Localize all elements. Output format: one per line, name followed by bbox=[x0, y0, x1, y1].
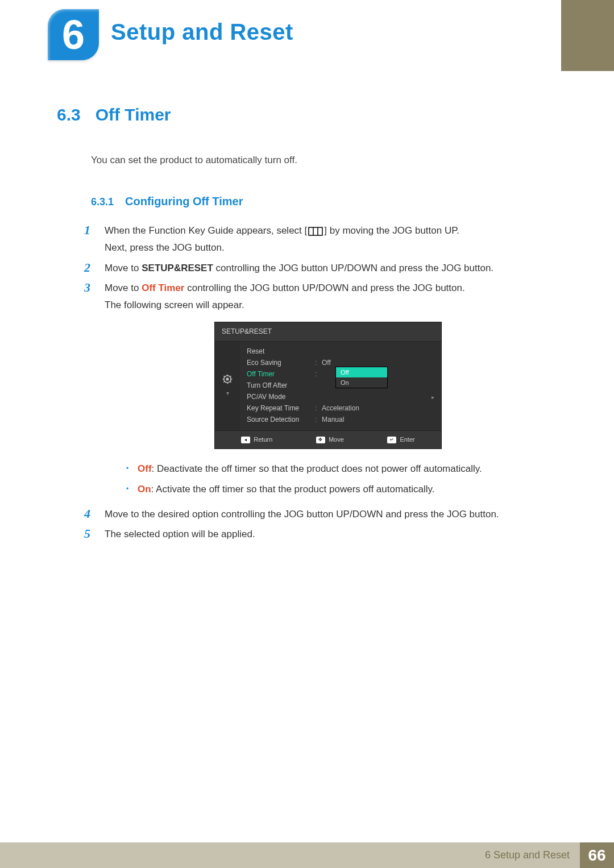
chevron-down-icon: ▾ bbox=[226, 388, 229, 398]
bullet-off: Off: Deactivate the off timer so that th… bbox=[126, 460, 551, 477]
osd-item-turnoffafter: Turn Off After bbox=[247, 380, 315, 392]
osd-option-on: On bbox=[336, 377, 387, 388]
osd-item-ecosaving: Eco Saving bbox=[247, 357, 315, 369]
step-4-body: Move to the desired option controlling t… bbox=[105, 506, 551, 523]
subsection-number: 6.3.1 bbox=[91, 194, 114, 210]
return-icon: ◂ bbox=[241, 437, 250, 443]
bullet-on: On: Activate the off timer so that the p… bbox=[126, 481, 551, 498]
section-number: 6.3 bbox=[57, 105, 81, 124]
osd-screenshot: SETUP&RESET ▾ Reset E bbox=[214, 322, 442, 449]
step-number-5: 5 bbox=[84, 526, 94, 543]
osd-menu: Reset Eco Saving:Off Off Timer: Turn Off… bbox=[240, 342, 441, 430]
osd-header: SETUP&RESET bbox=[215, 322, 441, 342]
step-number-4: 4 bbox=[84, 506, 94, 523]
osd-item-pcavmode: PC/AV Mode bbox=[247, 391, 315, 403]
osd-dropdown: Off On bbox=[335, 367, 388, 388]
step-number-1: 1 bbox=[84, 222, 94, 256]
menu-icon bbox=[307, 222, 324, 239]
footer-page-number: 66 bbox=[580, 842, 614, 868]
step-number-2: 2 bbox=[84, 260, 94, 277]
step-2-body: Move to SETUP&RESET controlling the JOG … bbox=[105, 260, 551, 277]
chapter-title: Setup and Reset bbox=[111, 19, 293, 45]
osd-item-offtimer: Off Timer bbox=[247, 368, 315, 380]
svg-rect-0 bbox=[309, 227, 322, 235]
chapter-badge: 6 bbox=[48, 9, 99, 60]
subsection-title: Configuring Off Timer bbox=[125, 193, 243, 210]
enter-icon: ↵ bbox=[387, 437, 396, 443]
intro-text: You can set the product to automatically… bbox=[91, 153, 551, 168]
osd-option-off: Off bbox=[336, 367, 387, 377]
move-icon: ✥ bbox=[316, 437, 325, 443]
osd-item-reset: Reset bbox=[247, 346, 315, 358]
osd-item-sourcedetect: Source Detection bbox=[247, 414, 315, 426]
svg-point-3 bbox=[226, 377, 229, 380]
section-title: Off Timer bbox=[96, 105, 171, 124]
step-3-body: Move to Off Timer controlling the JOG bu… bbox=[105, 280, 551, 502]
chapter-number: 6 bbox=[62, 11, 85, 58]
gear-icon bbox=[222, 373, 233, 385]
osd-item-keyrepeat: Key Repeat Time bbox=[247, 402, 315, 414]
top-stripe bbox=[561, 0, 614, 71]
osd-footer: ◂Return ✥Move ↵Enter bbox=[215, 430, 441, 448]
page-footer: 6 Setup and Reset 66 bbox=[0, 842, 614, 868]
step-1-body: When the Function Key Guide appears, sel… bbox=[105, 222, 551, 256]
osd-left-pane: ▾ bbox=[215, 342, 240, 430]
step-5-body: The selected option will be applied. bbox=[105, 526, 551, 543]
chevron-right-icon: ▸ bbox=[432, 392, 434, 402]
footer-label: 6 Setup and Reset bbox=[485, 849, 570, 861]
step-number-3: 3 bbox=[84, 280, 94, 502]
